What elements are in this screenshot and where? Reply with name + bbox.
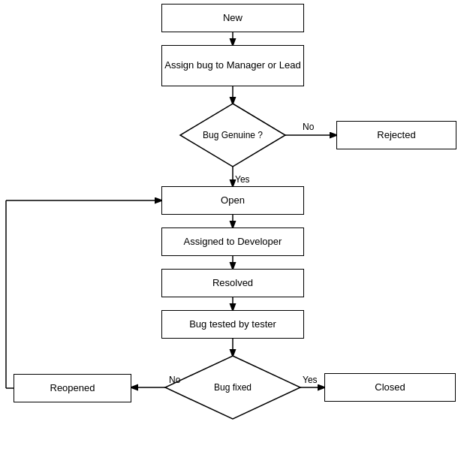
resolved-node: Resolved <box>161 269 304 297</box>
closed-node: Closed <box>324 373 456 402</box>
svg-marker-2 <box>180 104 285 167</box>
reopened-node: Reopened <box>14 374 131 402</box>
rejected-node: Rejected <box>336 121 456 149</box>
flowchart: No Yes No Yes <box>0 0 476 455</box>
assigned-dev-node: Assigned to Developer <box>161 228 304 256</box>
open-node: Open <box>161 186 304 215</box>
svg-text:No: No <box>303 122 315 132</box>
assign-node: Assign bug to Manager or Lead <box>161 45 304 86</box>
svg-text:Yes: Yes <box>303 375 318 385</box>
svg-text:No: No <box>169 375 181 385</box>
bug-tested-node: Bug tested by tester <box>161 310 304 339</box>
new-node: New <box>161 4 304 32</box>
svg-marker-11 <box>165 356 300 419</box>
genuine-diamond-label: Bug Genuine ? <box>180 116 285 154</box>
svg-text:Yes: Yes <box>235 174 250 185</box>
bug-fixed-diamond-label: Bug fixed <box>180 372 285 402</box>
